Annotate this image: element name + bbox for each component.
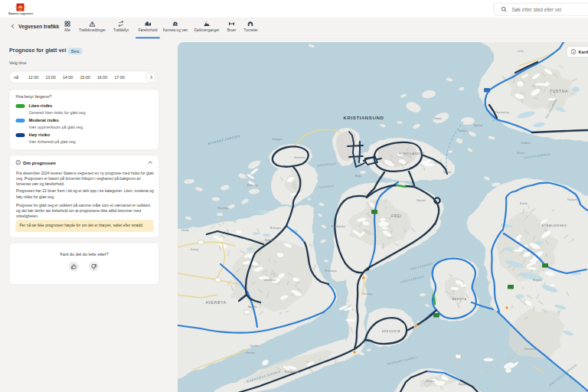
svg-text:Sveggen: Sveggen bbox=[272, 138, 282, 141]
svg-text:TUSTNA: TUSTNA bbox=[550, 89, 568, 93]
svg-text:Kårvåg: Kårvåg bbox=[191, 248, 199, 251]
svg-text:Batnfjordsøra: Batnfjordsøra bbox=[285, 371, 300, 374]
svg-text:BERGSØYA: BERGSØYA bbox=[382, 330, 400, 333]
svg-text:Nekstad: Nekstad bbox=[265, 239, 274, 242]
svg-text:Bådalen: Bådalen bbox=[248, 305, 257, 309]
svg-text:Seivika: Seivika bbox=[443, 171, 452, 174]
svg-text:Rausand: Rausand bbox=[567, 198, 577, 201]
svg-text:Heddalsvika: Heddalsvika bbox=[332, 225, 345, 228]
svg-text:Leira: Leira bbox=[518, 50, 523, 53]
svg-text:AVERØYA: AVERØYA bbox=[206, 300, 227, 305]
svg-text:FREI: FREI bbox=[391, 214, 401, 218]
svg-text:Edøya: Edøya bbox=[434, 117, 442, 120]
svg-text:Bruhagen: Bruhagen bbox=[270, 227, 281, 230]
svg-text:ASPØYA: ASPØYA bbox=[452, 297, 466, 301]
svg-text:Solskjel: Solskjel bbox=[458, 129, 467, 132]
svg-text:Kvalvåg: Kvalvåg bbox=[363, 292, 372, 296]
svg-text:Ekkilsøya: Ekkilsøya bbox=[247, 184, 258, 187]
svg-text:Kvernes: Kvernes bbox=[246, 351, 255, 354]
svg-text:Sørvika: Sørvika bbox=[250, 345, 258, 348]
svg-text:Bremsnes: Bremsnes bbox=[295, 156, 306, 159]
svg-text:Kanestraum: Kanestraum bbox=[524, 348, 538, 351]
svg-text:STRAUMSNES: STRAUMSNES bbox=[542, 224, 567, 227]
svg-text:Bolga: Bolga bbox=[355, 175, 362, 178]
svg-text:Vebenstad: Vebenstad bbox=[263, 279, 276, 282]
svg-text:Gimnes: Gimnes bbox=[426, 380, 435, 383]
svg-text:Rauka: Rauka bbox=[517, 152, 524, 155]
svg-text:Tyrhaug: Tyrhaug bbox=[473, 124, 482, 127]
svg-text:Hasseløya: Hasseløya bbox=[217, 207, 230, 210]
svg-text:Høgset: Høgset bbox=[459, 383, 467, 386]
svg-text:Rensvik: Rensvik bbox=[416, 199, 426, 202]
svg-text:Gullstein: Gullstein bbox=[521, 142, 531, 145]
svg-text:KRISTIANSUND: KRISTIANSUND bbox=[344, 115, 384, 120]
svg-text:NORDLANDET: NORDLANDET bbox=[399, 152, 425, 155]
svg-text:Flatsetøya: Flatsetøya bbox=[325, 270, 337, 273]
svg-text:Tømmervåg: Tømmervåg bbox=[495, 111, 509, 114]
svg-text:Kvisvik: Kvisvik bbox=[520, 202, 528, 205]
svg-text:Heggem: Heggem bbox=[533, 279, 543, 282]
svg-text:Henda: Henda bbox=[181, 229, 189, 232]
